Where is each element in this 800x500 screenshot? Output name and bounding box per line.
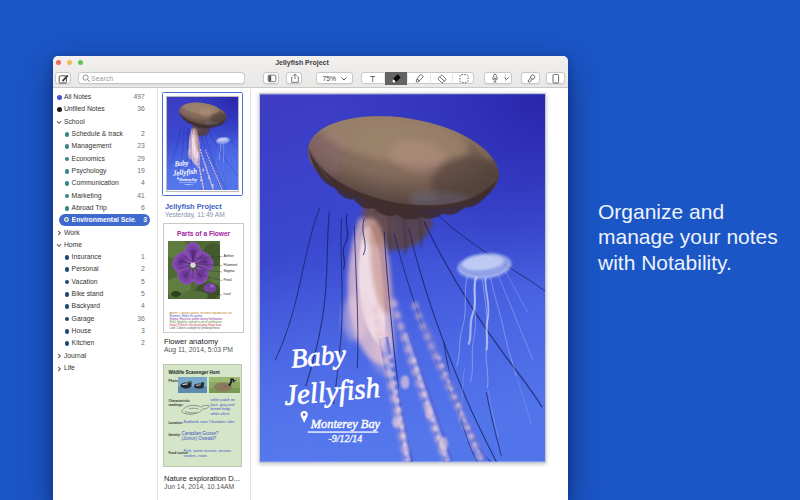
svg-text:Monterey Bay: Monterey Bay: [309, 417, 380, 431]
svg-text:-9/12/14: -9/12/14: [328, 433, 362, 444]
svg-text:Baby: Baby: [289, 339, 347, 374]
